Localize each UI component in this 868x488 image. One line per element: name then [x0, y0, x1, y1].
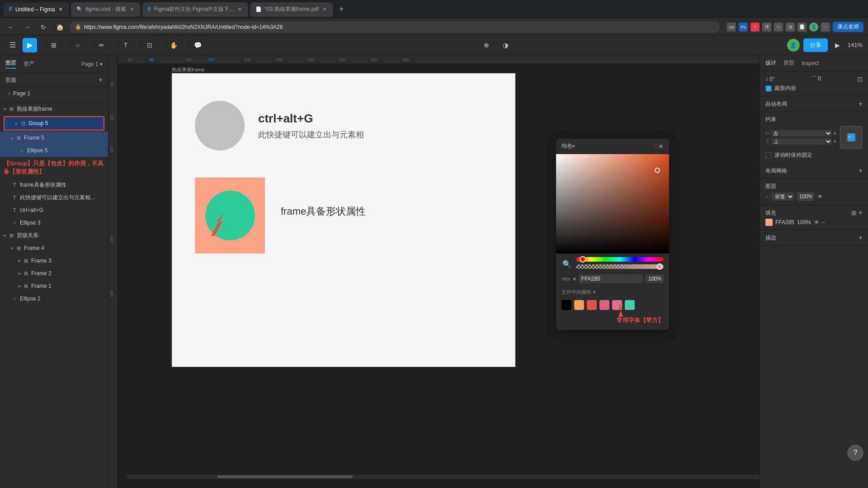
hex-input[interactable] [579, 274, 643, 283]
ext-more[interactable]: ⋯ [821, 23, 830, 32]
add-page-button[interactable]: + [99, 76, 103, 84]
page-selector[interactable]: Page 1 ▾ [81, 61, 103, 67]
swatches-dropdown[interactable]: ▾ [593, 289, 596, 295]
help-button[interactable]: ? [847, 445, 863, 461]
swatch-red[interactable] [587, 300, 597, 310]
expand-button[interactable]: ⊡ [857, 75, 863, 83]
ext-bookmark[interactable]: 📑 [797, 23, 807, 32]
ext-extension[interactable]: ⧉ [786, 23, 795, 32]
color-gradient[interactable] [556, 154, 669, 253]
v-constraint-select[interactable]: 上 [772, 138, 832, 145]
opacity-input[interactable] [646, 274, 664, 283]
menu-button[interactable]: ☰ [5, 38, 20, 52]
inspect-tab[interactable]: Inspect [802, 60, 819, 66]
picker-type-dropdown[interactable]: ▾ [572, 143, 575, 149]
remove-fill-button[interactable]: − [822, 219, 826, 226]
layer-ellipse3[interactable]: ○ Ellipse 3 [0, 216, 108, 229]
ext-account[interactable]: 👤 [809, 23, 818, 32]
eyedropper-button[interactable]: 🔍 [561, 258, 572, 269]
swatch-orange[interactable] [574, 300, 584, 310]
layer-frame5[interactable]: ▸ ⊞ Frame 5 [0, 131, 108, 144]
play-button[interactable]: ▶ [831, 39, 844, 52]
text1-label: frame具备形状属性 [20, 181, 66, 189]
h-constraint-select[interactable]: 左 [772, 130, 832, 136]
gradient-cursor[interactable] [655, 168, 660, 173]
swatch-black[interactable] [561, 300, 571, 310]
fill-color-swatch[interactable] [765, 219, 773, 226]
shape-tool[interactable]: ○ [71, 38, 85, 52]
address-bar[interactable]: 🔒 https://www.figma.com/file/afxhryadalW… [70, 21, 720, 33]
group5-highlighted[interactable]: ▸ ⊡ Group 5 [4, 116, 104, 131]
picker-circle-btn[interactable] [654, 144, 658, 149]
plugin-tool[interactable]: ⊗ [479, 38, 494, 52]
home-button[interactable]: 🏠 [53, 21, 66, 33]
picker-close-button[interactable]: ✕ [658, 143, 664, 150]
assets-tab[interactable]: 资产 [24, 60, 34, 68]
forward-button[interactable]: → [21, 21, 33, 33]
fill-grid-button[interactable]: ⊞ [851, 209, 857, 217]
pen-tool[interactable]: ✏ [94, 38, 109, 52]
hue-slider[interactable] [576, 257, 664, 262]
layer-熟练掌握frame[interactable]: ▾ ⊞ 熟练掌握frame [0, 103, 108, 115]
tab-search[interactable]: 🔍 figma.cool - 搜索 ✕ [71, 2, 140, 17]
tab-close[interactable]: ✕ [57, 6, 64, 13]
ext-read[interactable]: Aa [727, 23, 736, 32]
layer-text3[interactable]: T ctrl+alt+G [0, 204, 108, 216]
layer-ellipse2[interactable]: ○ Ellipse 2 [0, 292, 108, 305]
text-tool[interactable]: T [118, 38, 133, 52]
hand-tool[interactable]: ✋ [166, 38, 181, 52]
back-button[interactable]: ← [5, 21, 17, 33]
swatch-pink[interactable] [599, 300, 609, 310]
layer-frame1[interactable]: ▾ ⊞ Frame 1 [0, 280, 108, 292]
text-icon: T [11, 195, 18, 200]
layer-frame2[interactable]: ▾ ⊞ Frame 2 [0, 267, 108, 280]
alpha-slider[interactable] [576, 264, 664, 269]
add-fill-button[interactable]: + [859, 209, 863, 217]
component-tool[interactable]: ⊡ [142, 38, 157, 52]
frame-tool[interactable]: ⊞ [47, 38, 61, 52]
fill-visibility-btn[interactable]: 👁 [814, 219, 819, 225]
layers-tab[interactable]: 图层 [5, 59, 16, 69]
toolbar-divider [137, 40, 138, 50]
blend-mode-select[interactable]: 穿透 [771, 192, 794, 201]
layer-text2[interactable]: T 此快捷键可以建立出与元素相... [0, 191, 108, 204]
reload-button[interactable]: ↻ [37, 21, 50, 33]
layer-text1[interactable]: T frame具备形状属性 [0, 178, 108, 191]
tab-close[interactable]: ✕ [321, 6, 328, 13]
add-grid-button[interactable]: + [859, 167, 863, 175]
clip-checkbox[interactable]: ✓ [765, 85, 772, 92]
ext-translate[interactable]: 译 [762, 23, 771, 32]
ext-ps[interactable]: Ps [739, 23, 748, 32]
layer-opacity-input[interactable] [797, 192, 815, 201]
new-tab-button[interactable]: + [335, 3, 348, 16]
hex-dropdown[interactable]: ▾ [573, 276, 576, 282]
scrollbar-horizontal[interactable] [127, 474, 760, 479]
swatches-header[interactable]: 文件中的颜色 ▾ [556, 287, 669, 297]
ext-star[interactable]: ☆ [774, 23, 783, 32]
fixed-scroll-checkbox[interactable] [765, 152, 772, 159]
canvas-area[interactable]: -50 30 100 127 200 250 300 350 400 450 5… [108, 55, 760, 488]
tab-label: figma.cool - 搜索 [85, 5, 126, 13]
ext-7[interactable]: 7 [750, 23, 760, 32]
tab-chinese[interactable]: F Figma软件汉化-Figma中文版下... ✕ [142, 2, 249, 17]
page-1-item[interactable]: ✓ Page 1 [0, 87, 108, 100]
visibility-button[interactable]: 👁 [817, 193, 823, 200]
add-auto-layout[interactable]: + [859, 100, 863, 108]
layer-hierarchy[interactable]: ▾ ⊞ 层级关系 [0, 229, 108, 242]
theme-tool[interactable]: ◑ [498, 38, 513, 52]
share-button[interactable]: 分享 [803, 38, 828, 52]
prototype-tab[interactable]: 原型 [783, 59, 794, 67]
tab-close[interactable]: ✕ [129, 6, 135, 13]
tab-pdf[interactable]: 📄 *03.熟练掌握frame.pdf ✕ [250, 2, 333, 17]
layer-ellipse5[interactable]: ○ Ellipse 5 [0, 144, 108, 157]
select-tool[interactable]: ▶ [23, 38, 37, 52]
tab-figma[interactable]: F Untitled – Figma ✕ [4, 2, 69, 17]
layer-frame4[interactable]: ▾ ⊞ Frame 4 [0, 242, 108, 254]
scrollbar-thumb[interactable] [217, 475, 353, 478]
add-stroke-button[interactable]: + [859, 234, 863, 242]
layer-group5[interactable]: ▸ ⊡ Group 5 [5, 117, 104, 130]
tab-close[interactable]: ✕ [236, 6, 243, 13]
comment-tool[interactable]: 💬 [190, 38, 205, 52]
layer-frame3[interactable]: ▾ ⊞ Frame 3 [0, 254, 108, 267]
design-tab[interactable]: 设计 [765, 59, 776, 67]
